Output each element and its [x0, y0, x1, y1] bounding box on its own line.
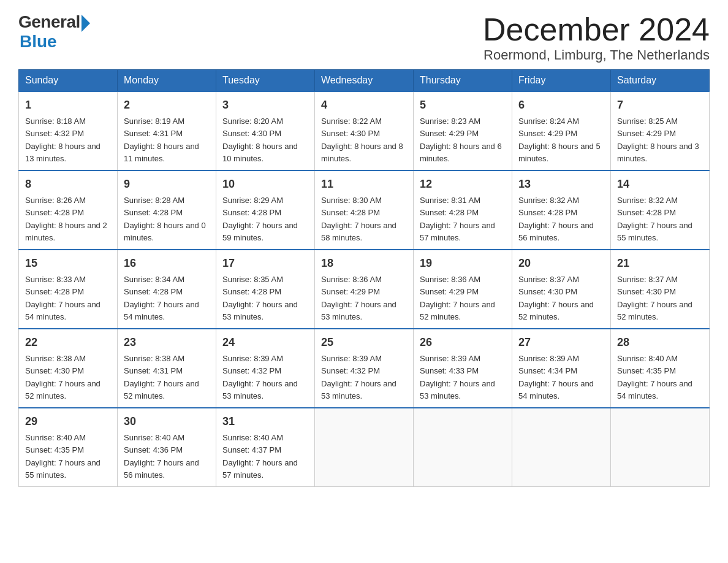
day-info: Sunrise: 8:40 AMSunset: 4:35 PMDaylight:… [617, 354, 692, 400]
table-row [315, 408, 414, 487]
table-row: 10 Sunrise: 8:29 AMSunset: 4:28 PMDaylig… [216, 170, 315, 250]
day-number: 11 [321, 176, 407, 193]
table-row: 26 Sunrise: 8:39 AMSunset: 4:33 PMDaylig… [414, 329, 512, 408]
day-info: Sunrise: 8:28 AMSunset: 4:28 PMDaylight:… [124, 196, 206, 242]
calendar-week-row: 15 Sunrise: 8:33 AMSunset: 4:28 PMDaylig… [19, 250, 710, 329]
day-info: Sunrise: 8:31 AMSunset: 4:28 PMDaylight:… [420, 196, 495, 242]
day-number: 25 [321, 334, 407, 351]
day-info: Sunrise: 8:39 AMSunset: 4:32 PMDaylight:… [321, 354, 396, 400]
month-title: December 2024 [483, 12, 710, 47]
day-info: Sunrise: 8:25 AMSunset: 4:29 PMDaylight:… [617, 117, 699, 163]
day-info: Sunrise: 8:26 AMSunset: 4:28 PMDaylight:… [25, 196, 107, 242]
day-number: 23 [124, 334, 210, 351]
col-saturday: Saturday [611, 70, 710, 92]
calendar-week-row: 1 Sunrise: 8:18 AMSunset: 4:32 PMDayligh… [19, 91, 710, 170]
logo: General Blue [18, 12, 90, 52]
day-info: Sunrise: 8:39 AMSunset: 4:33 PMDaylight:… [420, 354, 495, 400]
table-row: 29 Sunrise: 8:40 AMSunset: 4:35 PMDaylig… [19, 408, 118, 487]
col-wednesday: Wednesday [315, 70, 414, 92]
logo-text-blue: Blue [20, 32, 57, 52]
day-number: 22 [25, 334, 111, 351]
day-info: Sunrise: 8:30 AMSunset: 4:28 PMDaylight:… [321, 196, 396, 242]
day-info: Sunrise: 8:40 AMSunset: 4:37 PMDaylight:… [222, 433, 298, 480]
table-row: 16 Sunrise: 8:34 AMSunset: 4:28 PMDaylig… [118, 250, 216, 329]
table-row: 6 Sunrise: 8:24 AMSunset: 4:29 PMDayligh… [512, 91, 611, 170]
col-friday: Friday [512, 70, 611, 92]
day-info: Sunrise: 8:33 AMSunset: 4:28 PMDaylight:… [25, 275, 100, 321]
day-number: 6 [518, 97, 604, 113]
day-number: 3 [222, 97, 308, 113]
day-number: 20 [518, 255, 604, 272]
day-info: Sunrise: 8:32 AMSunset: 4:28 PMDaylight:… [518, 196, 594, 242]
table-row: 20 Sunrise: 8:37 AMSunset: 4:30 PMDaylig… [512, 250, 611, 329]
title-section: December 2024 Roermond, Limburg, The Net… [483, 12, 710, 63]
day-number: 27 [518, 334, 604, 351]
table-row: 30 Sunrise: 8:40 AMSunset: 4:36 PMDaylig… [118, 408, 216, 487]
day-info: Sunrise: 8:35 AMSunset: 4:28 PMDaylight:… [222, 275, 298, 321]
col-monday: Monday [118, 70, 216, 92]
day-number: 18 [321, 255, 407, 272]
day-info: Sunrise: 8:36 AMSunset: 4:29 PMDaylight:… [420, 275, 495, 321]
table-row: 28 Sunrise: 8:40 AMSunset: 4:35 PMDaylig… [611, 329, 710, 408]
day-info: Sunrise: 8:18 AMSunset: 4:32 PMDaylight:… [25, 117, 100, 163]
calendar-week-row: 8 Sunrise: 8:26 AMSunset: 4:28 PMDayligh… [19, 170, 710, 250]
calendar-week-row: 22 Sunrise: 8:38 AMSunset: 4:30 PMDaylig… [19, 329, 710, 408]
day-info: Sunrise: 8:37 AMSunset: 4:30 PMDaylight:… [617, 275, 692, 321]
logo-arrow-icon [82, 15, 90, 32]
day-info: Sunrise: 8:23 AMSunset: 4:29 PMDaylight:… [420, 117, 502, 163]
table-row: 27 Sunrise: 8:39 AMSunset: 4:34 PMDaylig… [512, 329, 611, 408]
day-info: Sunrise: 8:39 AMSunset: 4:34 PMDaylight:… [518, 354, 594, 400]
calendar-week-row: 29 Sunrise: 8:40 AMSunset: 4:35 PMDaylig… [19, 408, 710, 487]
location-title: Roermond, Limburg, The Netherlands [483, 47, 710, 63]
day-info: Sunrise: 8:39 AMSunset: 4:32 PMDaylight:… [222, 354, 298, 400]
day-info: Sunrise: 8:24 AMSunset: 4:29 PMDaylight:… [518, 117, 601, 163]
table-row [512, 408, 611, 487]
table-row: 21 Sunrise: 8:37 AMSunset: 4:30 PMDaylig… [611, 250, 710, 329]
table-row: 23 Sunrise: 8:38 AMSunset: 4:31 PMDaylig… [118, 329, 216, 408]
day-number: 21 [617, 255, 703, 272]
table-row: 8 Sunrise: 8:26 AMSunset: 4:28 PMDayligh… [19, 170, 118, 250]
day-number: 14 [617, 176, 703, 193]
table-row [611, 408, 710, 487]
day-number: 30 [124, 413, 210, 430]
day-number: 15 [25, 255, 111, 272]
table-row: 12 Sunrise: 8:31 AMSunset: 4:28 PMDaylig… [414, 170, 512, 250]
day-info: Sunrise: 8:29 AMSunset: 4:28 PMDaylight:… [222, 196, 298, 242]
day-number: 5 [420, 97, 506, 113]
day-number: 19 [420, 255, 506, 272]
day-number: 2 [124, 97, 210, 113]
col-thursday: Thursday [414, 70, 512, 92]
table-row: 13 Sunrise: 8:32 AMSunset: 4:28 PMDaylig… [512, 170, 611, 250]
page-header: General Blue December 2024 Roermond, Lim… [18, 12, 710, 63]
day-number: 12 [420, 176, 506, 193]
table-row: 9 Sunrise: 8:28 AMSunset: 4:28 PMDayligh… [118, 170, 216, 250]
day-info: Sunrise: 8:38 AMSunset: 4:31 PMDaylight:… [124, 354, 199, 400]
table-row: 7 Sunrise: 8:25 AMSunset: 4:29 PMDayligh… [611, 91, 710, 170]
day-info: Sunrise: 8:40 AMSunset: 4:35 PMDaylight:… [25, 433, 100, 480]
day-number: 24 [222, 334, 308, 351]
day-info: Sunrise: 8:40 AMSunset: 4:36 PMDaylight:… [124, 433, 199, 480]
table-row: 15 Sunrise: 8:33 AMSunset: 4:28 PMDaylig… [19, 250, 118, 329]
table-row: 22 Sunrise: 8:38 AMSunset: 4:30 PMDaylig… [19, 329, 118, 408]
table-row: 18 Sunrise: 8:36 AMSunset: 4:29 PMDaylig… [315, 250, 414, 329]
day-info: Sunrise: 8:22 AMSunset: 4:30 PMDaylight:… [321, 117, 403, 163]
calendar-header-row: Sunday Monday Tuesday Wednesday Thursday… [19, 70, 710, 92]
day-info: Sunrise: 8:19 AMSunset: 4:31 PMDaylight:… [124, 117, 199, 163]
table-row: 14 Sunrise: 8:32 AMSunset: 4:28 PMDaylig… [611, 170, 710, 250]
day-info: Sunrise: 8:20 AMSunset: 4:30 PMDaylight:… [222, 117, 298, 163]
day-number: 9 [124, 176, 210, 193]
day-number: 1 [25, 97, 111, 113]
table-row: 2 Sunrise: 8:19 AMSunset: 4:31 PMDayligh… [118, 91, 216, 170]
table-row: 31 Sunrise: 8:40 AMSunset: 4:37 PMDaylig… [216, 408, 315, 487]
day-number: 26 [420, 334, 506, 351]
day-number: 31 [222, 413, 308, 430]
table-row: 11 Sunrise: 8:30 AMSunset: 4:28 PMDaylig… [315, 170, 414, 250]
day-number: 28 [617, 334, 703, 351]
table-row: 24 Sunrise: 8:39 AMSunset: 4:32 PMDaylig… [216, 329, 315, 408]
table-row: 17 Sunrise: 8:35 AMSunset: 4:28 PMDaylig… [216, 250, 315, 329]
day-info: Sunrise: 8:38 AMSunset: 4:30 PMDaylight:… [25, 354, 100, 400]
day-info: Sunrise: 8:37 AMSunset: 4:30 PMDaylight:… [518, 275, 594, 321]
day-number: 10 [222, 176, 308, 193]
calendar-table: Sunday Monday Tuesday Wednesday Thursday… [18, 69, 710, 487]
col-tuesday: Tuesday [216, 70, 315, 92]
